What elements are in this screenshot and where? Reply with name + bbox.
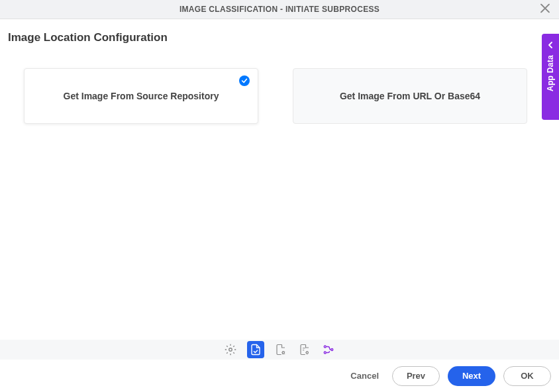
chevron-left-icon xyxy=(547,39,554,51)
svg-point-2 xyxy=(306,352,308,354)
document-check-icon[interactable] xyxy=(247,341,264,358)
app-data-tab[interactable]: App Data xyxy=(542,34,559,120)
svg-point-5 xyxy=(331,349,333,351)
document-settings-icon[interactable] xyxy=(297,342,312,357)
svg-point-3 xyxy=(324,346,326,348)
option-cards: Get Image From Source Repository Get Ima… xyxy=(0,44,559,124)
gear-icon[interactable] xyxy=(223,342,238,357)
check-icon xyxy=(239,75,250,86)
dialog-footer: Cancel Prev Next OK xyxy=(0,360,559,392)
dialog-header: IMAGE CLASSIFICATION - INITIATE SUBPROCE… xyxy=(0,0,559,19)
card-url-base64[interactable]: Get Image From URL Or Base64 xyxy=(293,68,527,124)
step-toolbar xyxy=(0,340,559,360)
svg-point-0 xyxy=(229,348,232,352)
page-title: Image Location Configuration xyxy=(0,19,559,44)
ok-button[interactable]: OK xyxy=(503,366,551,386)
flow-icon[interactable] xyxy=(321,342,336,357)
card-source-repository[interactable]: Get Image From Source Repository xyxy=(24,68,258,124)
side-tab-label: App Data xyxy=(546,55,555,91)
document-gear-icon[interactable] xyxy=(274,342,288,357)
card-label: Get Image From URL Or Base64 xyxy=(340,91,480,101)
dialog-title: IMAGE CLASSIFICATION - INITIATE SUBPROCE… xyxy=(179,5,380,14)
svg-point-4 xyxy=(324,352,326,354)
next-button[interactable]: Next xyxy=(448,366,495,386)
card-label: Get Image From Source Repository xyxy=(64,91,219,101)
cancel-button[interactable]: Cancel xyxy=(345,366,384,386)
prev-button[interactable]: Prev xyxy=(392,366,440,386)
close-icon[interactable] xyxy=(538,1,552,18)
